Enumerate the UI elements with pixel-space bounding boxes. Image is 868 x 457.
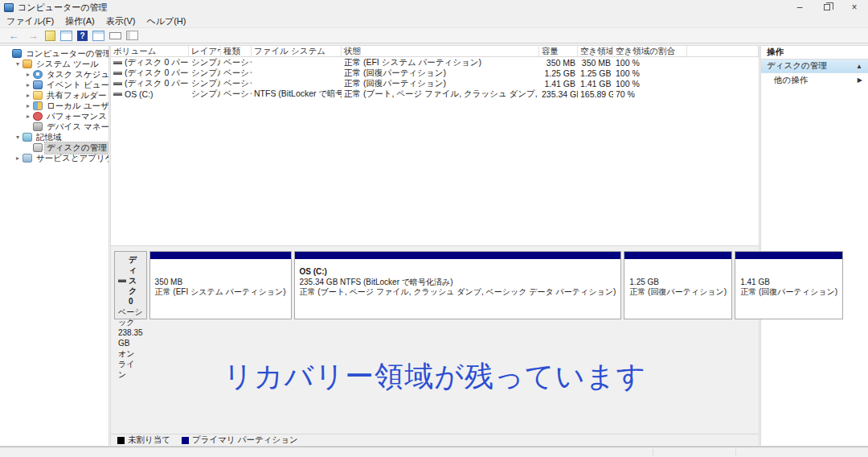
disk-size: 238.35 GB (118, 327, 143, 348)
table-cell: 1.41 GB (539, 79, 578, 89)
volume-name-cell: (ディスク 0 パーティション 4) (111, 68, 189, 79)
volume-name: (ディスク 0 パーティション 5) (125, 78, 189, 89)
partition-2[interactable]: OS (C:)235.34 GB NTFS (BitLocker で暗号化済み)… (294, 251, 622, 319)
partition-size-line: 1.25 GB (629, 278, 727, 288)
partition-text: 1.25 GB正常 (回復パーティション) (624, 261, 731, 298)
computer-mgmt-icon (12, 49, 22, 58)
volume-name-cell: (ディスク 0 パーティション 1) (111, 57, 189, 68)
partition-text: 1.41 GB正常 (回復パーティション) (735, 261, 842, 298)
actions-pane: 操作 ディスクの管理 ▲ 他の操作 ▶ (760, 45, 868, 447)
table-cell: シンプル (189, 89, 221, 100)
column-header[interactable]: ファイル システム (252, 46, 342, 56)
disk-0-label[interactable]: ディスク 0 ベーシック 238.35 GB オンライン (114, 251, 147, 319)
column-header[interactable]: ボリューム (111, 46, 189, 56)
column-header[interactable]: 容量 (539, 46, 578, 56)
table-cell: 235.34 GB (539, 89, 578, 99)
console-tree-toggle-icon[interactable] (60, 31, 72, 41)
partition-text: 350 MB正常 (EFI システム パーティション) (150, 261, 291, 298)
column-header[interactable]: 状態 (342, 46, 539, 56)
local-users-icon (33, 101, 43, 110)
menu-bar: ファイル(F)操作(A)表示(V)ヘルプ(H) (0, 14, 868, 27)
sidebar-item-storage[interactable]: ▾記憶域 (0, 132, 108, 142)
volume-name: (ディスク 0 パーティション 4) (125, 68, 189, 79)
sidebar-item-computer-mgmt[interactable]: コンピューターの管理 (ローカル) (0, 48, 108, 59)
collapse-icon[interactable]: ▲ (856, 63, 862, 70)
minimize-button[interactable]: – (786, 0, 813, 14)
submenu-arrow-icon: ▶ (858, 76, 862, 84)
partition-4[interactable]: 1.41 GB正常 (回復パーティション) (735, 251, 843, 319)
menu-view[interactable]: 表示(V) (106, 15, 136, 27)
table-cell: 1.41 GB (578, 79, 613, 89)
close-button[interactable]: × (841, 0, 868, 14)
legend-primary-partition-swatch-icon (182, 437, 189, 444)
column-header[interactable]: レイアウト (189, 46, 221, 56)
expander-icon[interactable]: ▸ (24, 113, 32, 120)
menu-file[interactable]: ファイル(F) (6, 15, 54, 27)
sidebar-item-disk-mgmt[interactable]: ディスクの管理 (0, 142, 108, 153)
recovery-annotation: リカバリー領域が残っています (111, 357, 759, 397)
partition-status-bar (624, 252, 731, 261)
actions-group-disk-management[interactable]: ディスクの管理 ▲ (761, 60, 868, 73)
sidebar-item-device-manager[interactable]: デバイス マネージャー (0, 121, 108, 132)
table-row[interactable]: OS (C:)シンプルベーシックNTFS (BitLocker で暗号化済み)正… (111, 89, 759, 99)
table-cell: 70 % (613, 89, 687, 99)
app-icon (4, 3, 14, 12)
table-cell: 100 % (613, 79, 687, 89)
sidebar-item-label: イベント ビューアー (45, 80, 109, 91)
sidebar-item-event-viewer[interactable]: ▸イベント ビューアー (0, 80, 108, 90)
volume-name-cell: OS (C:) (111, 89, 189, 99)
restore-button[interactable] (813, 0, 841, 14)
partition-3[interactable]: 1.25 GB正常 (回復パーティション) (624, 251, 732, 319)
expander-icon[interactable]: ▸ (14, 154, 22, 162)
menu-action[interactable]: 操作(A) (65, 15, 95, 27)
legend-label: 未割り当て (128, 434, 170, 446)
partition-name: OS (C:) (300, 267, 616, 278)
disk-0-row: ディスク 0 ベーシック 238.35 GB オンライン 350 MB正常 (E… (114, 251, 756, 319)
action-pane-toggle-icon[interactable] (92, 31, 104, 41)
export-list-icon[interactable] (45, 31, 55, 41)
legend-unallocated: 未割り当て (117, 434, 170, 446)
table-cell: NTFS (BitLocker で暗号化済み) (252, 89, 342, 100)
panel-layout-icon[interactable] (126, 31, 138, 40)
help-icon[interactable]: ? (77, 31, 88, 41)
back-icon[interactable]: ← (6, 29, 21, 42)
popup-view-icon[interactable] (109, 32, 121, 39)
expander-icon[interactable]: ▸ (24, 71, 32, 78)
partition-1[interactable]: 350 MB正常 (EFI システム パーティション) (149, 251, 292, 319)
taskbar-separator (735, 448, 736, 456)
forward-icon[interactable]: → (26, 29, 40, 42)
column-header[interactable]: 空き領域 (578, 46, 613, 56)
expander-icon[interactable]: ▸ (24, 92, 32, 99)
expander-icon[interactable]: ▾ (14, 134, 22, 141)
sidebar-item-task-scheduler[interactable]: ▸タスク スケジューラ (0, 69, 108, 80)
sidebar-item-label: ローカル ユーザーとグループ (45, 101, 109, 112)
table-row[interactable]: (ディスク 0 パーティション 5)シンプルベーシック正常 (回復パーティション… (111, 78, 759, 89)
disk-icon (118, 279, 126, 282)
column-header[interactable]: 種類 (221, 46, 252, 56)
sidebar-item-local-users[interactable]: ▸ローカル ユーザーとグループ (0, 101, 108, 111)
column-header[interactable]: 空き領域の割合 (613, 46, 687, 56)
sidebar-item-performance[interactable]: ▸パフォーマンス (0, 111, 108, 121)
expander-icon[interactable]: ▾ (14, 60, 22, 68)
volume-icon (113, 93, 122, 96)
partition-status-bar (735, 252, 842, 261)
sidebar-item-system-tools[interactable]: ▾システム ツール (0, 59, 108, 69)
expander-icon[interactable]: ▸ (24, 102, 32, 109)
table-cell: シンプル (189, 78, 221, 89)
partition-size-line: 1.41 GB (740, 278, 837, 288)
menu-help[interactable]: ヘルプ(H) (146, 15, 186, 27)
table-cell: ベーシック (221, 57, 252, 68)
actions-title: 操作 (761, 46, 868, 60)
sidebar-item-shared-folders[interactable]: ▸共有フォルダー (0, 90, 108, 101)
actions-more-actions[interactable]: 他の操作 ▶ (761, 73, 868, 87)
taskbar[interactable] (0, 447, 868, 457)
more-actions-label: 他の操作 (774, 75, 808, 86)
partition-status-bar (150, 252, 291, 261)
table-row[interactable]: (ディスク 0 パーティション 1)シンプルベーシック正常 (EFI システム … (111, 57, 759, 68)
sidebar-item-services[interactable]: ▸サービスとアプリケーション (0, 153, 108, 163)
volume-icon (113, 72, 122, 75)
volume-icon (113, 61, 122, 64)
table-row[interactable]: (ディスク 0 パーティション 4)シンプルベーシック正常 (回復パーティション… (111, 68, 759, 78)
expander-icon[interactable]: ▸ (24, 81, 32, 89)
device-manager-icon (33, 122, 43, 131)
